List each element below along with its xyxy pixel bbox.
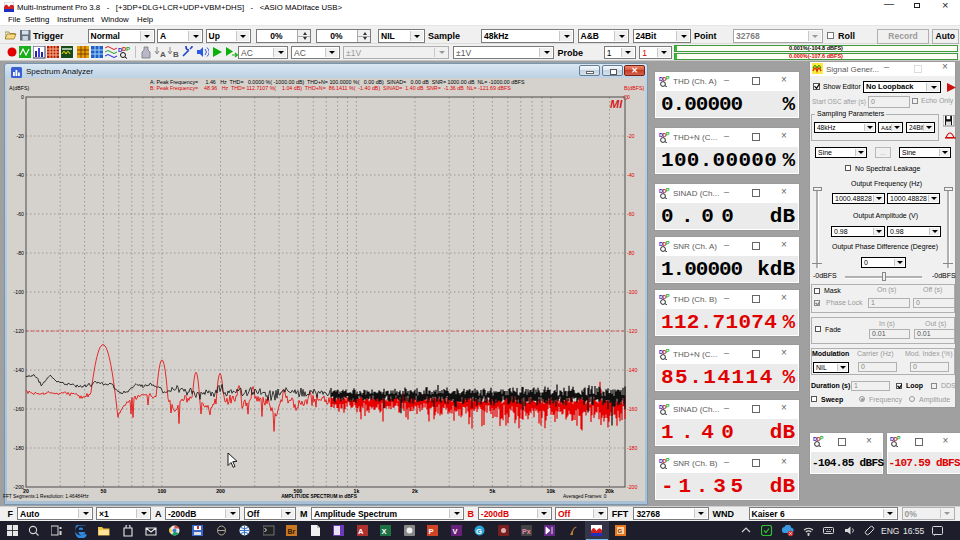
svg-text:-60: -60 [17, 211, 25, 217]
svg-text:-180: -180 [14, 445, 24, 451]
svg-text:20k: 20k [605, 488, 614, 494]
svg-text:Px: Px [522, 528, 531, 535]
svg-text:A: A [160, 50, 166, 59]
svg-text:FFT Segments:1Resolution: 1.46: FFT Segments:1Resolution: 1.46484Hz [3, 494, 89, 499]
svg-text:Br: Br [288, 528, 296, 535]
svg-text:P: P [666, 132, 670, 137]
svg-text:P: P [666, 188, 670, 193]
svg-text:Averaged Frames: 0: Averaged Frames: 0 [563, 494, 607, 499]
svg-text:P: P [666, 404, 670, 409]
svg-text:-60: -60 [627, 211, 635, 217]
svg-text:P: P [666, 241, 670, 246]
svg-text:-120: -120 [14, 328, 24, 334]
svg-text:P: P [896, 436, 900, 441]
svg-text:X: X [382, 527, 387, 536]
svg-text:10k: 10k [547, 488, 556, 494]
svg-text:V: V [453, 527, 458, 536]
svg-text:P: P [666, 76, 670, 81]
svg-text:-80: -80 [17, 250, 25, 256]
svg-text:P: P [820, 436, 824, 441]
svg-text:-100: -100 [14, 289, 24, 295]
svg-text:P: P [429, 527, 434, 536]
svg-text:2k: 2k [412, 488, 418, 494]
svg-text:-40: -40 [17, 172, 25, 178]
svg-text:-120: -120 [627, 328, 637, 334]
svg-text:5k: 5k [490, 488, 496, 494]
svg-text:P: P [666, 349, 670, 354]
svg-text:-160: -160 [14, 406, 24, 412]
svg-text:P: P [666, 458, 670, 463]
svg-text:50: 50 [101, 488, 107, 494]
svg-text:-200: -200 [627, 484, 637, 490]
svg-text:0: 0 [21, 94, 24, 100]
svg-text:-20: -20 [627, 133, 635, 139]
svg-text:100: 100 [158, 488, 167, 494]
svg-text:-160: -160 [627, 406, 637, 412]
svg-text:MI: MI [610, 98, 623, 110]
svg-text:P: P [126, 46, 130, 52]
svg-text:AMPLITUDE SPECTRUM in dBFS: AMPLITUDE SPECTRUM in dBFS [281, 494, 357, 499]
svg-text:-80: -80 [627, 250, 635, 256]
svg-text:B: B [173, 50, 179, 59]
svg-text:-40: -40 [627, 172, 635, 178]
svg-text:G: G [618, 528, 623, 534]
svg-text:-180: -180 [627, 445, 637, 451]
svg-text:P: P [666, 294, 670, 299]
svg-text:-20: -20 [17, 133, 25, 139]
svg-text:A: A [358, 527, 364, 536]
svg-text:200: 200 [216, 488, 225, 494]
svg-text:-140: -140 [627, 367, 637, 373]
svg-text:G: G [476, 527, 482, 536]
svg-text:-100: -100 [627, 289, 637, 295]
svg-text:-140: -140 [14, 367, 24, 373]
